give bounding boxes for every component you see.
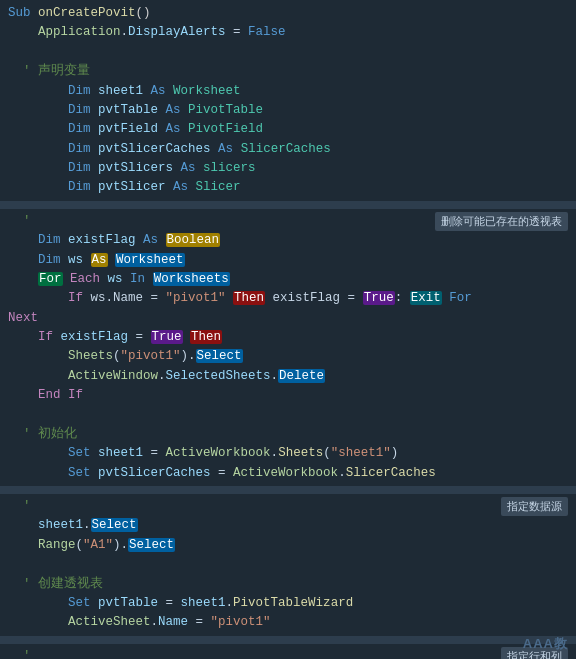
prop-name: Name [158,615,188,629]
app-name: Application [38,25,121,39]
line-9: Dim pvtSlicers As slicers [0,159,576,178]
watermark: AAA教 [523,635,568,653]
var-ws: ws [68,253,83,267]
type-pivotfield: PivotField [188,122,263,136]
code-editor: Sub onCreatePovit() Application.DisplayA… [0,0,576,659]
hl-select2: Select [91,518,138,532]
kw-dim8: Dim [38,253,61,267]
comment-tick-2: ' [23,499,31,513]
line-20: ActiveWindow.SelectedSheets.Delete [0,367,576,386]
var-pvtslicers: pvtSlicers [98,161,173,175]
hl-delete: Delete [278,369,325,383]
var-sheet1: sheet1 [98,84,143,98]
line-19: Sheets("pivot1").Select [0,347,576,366]
line-1: Sub onCreatePovit() [0,4,576,23]
kw-dim4: Dim [68,142,91,156]
hl-worksheet2: Worksheet [115,253,185,267]
var-sheet1-set: sheet1 [98,446,143,460]
sheets-fn: Sheets [68,349,113,363]
kw-dim3: Dim [68,122,91,136]
var-existflag2: existFlag [61,330,129,344]
line-comment-2: ' 初始化 [0,425,576,444]
kw-each: Each [70,272,100,286]
activewindow: ActiveWindow [68,369,158,383]
hl-boolean: Boolean [166,233,221,247]
line-10: Dim pvtSlicer As Slicer [0,178,576,197]
type-slicercaches: SlicerCaches [241,142,331,156]
kw-as3: As [166,122,181,136]
fn-sheets: Sheets [278,446,323,460]
kw-end-if: End If [38,388,83,402]
line-2: Application.DisplayAlerts = False [0,23,576,42]
fn-slicercaches: SlicerCaches [346,466,436,480]
kw-as2: As [166,103,181,117]
kw-sub: Sub [8,6,31,20]
kw-set3: Set [68,596,91,610]
prop-name: DisplayAlerts [128,25,226,39]
kw-dim7: Dim [38,233,61,247]
type-slicers: slicers [203,161,256,175]
line-16: If ws.Name = "pivot1" Then existFlag = T… [0,289,576,308]
var-pvttable: pvtTable [98,103,158,117]
var-sheet1-4: sheet1 [181,596,226,610]
str-pivot1-2: "pivot1" [121,349,181,363]
comment-tick-1: ' [23,214,31,228]
line-25: Set pvtSlicerCaches = ActiveWorkbook.Sli… [0,464,576,483]
line-24: Set sheet1 = ActiveWorkbook.Sheets("shee… [0,444,576,463]
kw-as6: As [173,180,188,194]
line-8: Dim pvtSlicerCaches As SlicerCaches [0,140,576,159]
kw-dim5: Dim [68,161,91,175]
selectedsheets: SelectedSheets [166,369,271,383]
str-a1: "A1" [83,538,113,552]
kw-dim6: Dim [68,180,91,194]
bool-false: False [248,25,286,39]
section-divider-3 [0,636,576,644]
section-divider-1 [0,201,576,209]
line-tag-1: '删除可能已存在的透视表 [0,212,576,231]
var-pvtslicercaches: pvtSlicerCaches [98,142,211,156]
hl-true: True [363,291,395,305]
comment-init: ' 初始化 [23,427,77,441]
section-divider-2 [0,486,576,494]
var-ws2: ws [108,272,123,286]
activeworkbook2: ActiveWorkbook [233,466,338,480]
hl-then2: Then [190,330,222,344]
comment-create-pivot: ' 创建透视表 [23,577,103,591]
hl-select: Select [196,349,243,363]
kw-if-ws: If [68,291,83,305]
str-pivot1-3: "pivot1" [211,615,271,629]
line-5: Dim sheet1 As Worksheet [0,82,576,101]
line-comment-3: ' 创建透视表 [0,575,576,594]
line-15: For Each ws In Worksheets [0,270,576,289]
line-tag-2: '指定数据源 [0,497,576,516]
tag-delete-pivot: 删除可能已存在的透视表 [435,212,568,231]
var-sheet1-3: sheet1 [38,518,83,532]
line-21: End If [0,386,576,405]
type-pivottable: PivotTable [188,103,263,117]
hl-as-ws: As [91,253,108,267]
line-blank-3 [0,555,576,574]
line-set-pvttable: Set pvtTable = sheet1.PivotTableWizard [0,594,576,613]
line-next: Next [0,309,576,328]
tag-datasource: 指定数据源 [501,497,568,516]
line-blank-1 [0,43,576,62]
hl-worksheets: Worksheets [153,272,230,286]
line-range-select: Range("A1").Select [0,536,576,555]
line-6: Dim pvtTable As PivotTable [0,101,576,120]
kw-set2: Set [68,466,91,480]
func-name: onCreatePovit [38,6,136,20]
hl-for: For [38,272,63,286]
kw-next: Next [8,311,38,325]
activesheet: ActiveSheet [68,615,151,629]
range-fn: Range [38,538,76,552]
kw-as7: As [143,233,158,247]
line-sheet1-select: sheet1.Select [0,516,576,535]
fn-pivottablewizard: PivotTableWizard [233,596,353,610]
line-14: Dim ws As Worksheet [0,251,576,270]
kw-as5: As [181,161,196,175]
activeworkbook1: ActiveWorkbook [166,446,271,460]
line-comment-1: ' 声明变量 [0,62,576,81]
var-pvtslicercaches2: pvtSlicerCaches [98,466,211,480]
hl-then: Then [233,291,265,305]
kw-if2: If [38,330,53,344]
